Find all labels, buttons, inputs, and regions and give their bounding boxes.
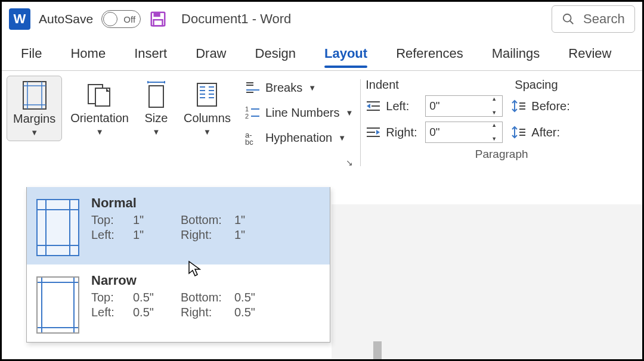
tab-file[interactable]: File [7, 36, 56, 70]
spin-down-icon[interactable]: ▼ [491, 136, 501, 142]
group-divider [360, 79, 361, 166]
search-box[interactable]: Search [552, 5, 635, 33]
chevron-down-icon: ▼ [96, 127, 104, 136]
tab-mailings[interactable]: Mailings [478, 36, 555, 70]
page-setup-launcher-icon[interactable]: ↘ [346, 158, 353, 167]
indent-header: Indent [366, 78, 515, 92]
tab-insert[interactable]: Insert [120, 36, 181, 70]
group-page-setup: Margins ▼ Orientation ▼ Size ▼ [7, 76, 355, 178]
hyphenation-button[interactable]: a-bc Hyphenation ▼ [243, 126, 355, 150]
indent-left-input[interactable]: 0" ▲▼ [425, 95, 503, 117]
columns-icon [194, 79, 220, 110]
tab-draw[interactable]: Draw [181, 36, 240, 70]
title-bar: W AutoSave Off Document1 - Word Search [2, 2, 642, 36]
chevron-down-icon: ▼ [203, 127, 211, 136]
hyphenation-icon: a-bc [245, 130, 261, 145]
svg-rect-1 [154, 13, 160, 17]
toggle-state: Off [123, 14, 135, 24]
autosave-toggle[interactable]: Off [101, 10, 141, 28]
top-value: 1" [133, 213, 181, 227]
document-title: Document1 - Word [181, 11, 291, 27]
size-icon [143, 79, 169, 110]
chevron-down-icon: ▼ [153, 127, 160, 136]
columns-button[interactable]: Columns ▼ [178, 76, 237, 140]
bottom-value: 1" [234, 213, 270, 227]
top-value: 0.5" [133, 291, 181, 304]
breaks-icon [245, 80, 261, 95]
columns-label: Columns [184, 111, 231, 125]
spin-down-icon[interactable]: ▼ [491, 110, 501, 116]
ribbon-tabs: File Home Insert Draw Design Layout Refe… [2, 36, 642, 71]
svg-line-4 [570, 21, 574, 24]
tab-layout[interactable]: Layout [310, 36, 382, 70]
line-numbers-label: Line Numbers [265, 106, 340, 120]
margins-icon [22, 80, 47, 111]
orientation-button[interactable]: Orientation ▼ [64, 76, 135, 140]
tab-review[interactable]: Review [554, 36, 626, 70]
right-value: 0.5" [234, 306, 270, 319]
line-numbers-button[interactable]: 12 Line Numbers ▼ [243, 101, 355, 125]
document-canvas[interactable] [332, 204, 642, 359]
search-placeholder: Search [583, 11, 625, 27]
orientation-icon [85, 79, 114, 110]
indent-left-value: 0" [429, 99, 439, 113]
margin-option-narrow[interactable]: Narrow Top: 0.5" Bottom: 0.5" Left: 0.5"… [27, 264, 330, 342]
indent-right-value: 0" [429, 126, 439, 139]
spin-up-icon[interactable]: ▲ [491, 97, 501, 102]
svg-text:bc: bc [245, 138, 253, 145]
margin-narrow-thumb-icon [36, 276, 79, 334]
margin-option-normal[interactable]: Normal Top: 1" Bottom: 1" Left: 1" Right… [27, 187, 330, 264]
svg-rect-14 [149, 86, 163, 107]
indent-right-label: Right: [386, 126, 420, 139]
tab-home[interactable]: Home [56, 36, 120, 70]
chevron-down-icon: ▼ [338, 133, 346, 142]
top-label: Top: [91, 291, 133, 304]
left-value: 0.5" [133, 306, 181, 319]
size-button[interactable]: Size ▼ [137, 76, 175, 140]
group-paragraph: Indent Spacing Left: 0" ▲▼ Before: Right… [366, 76, 637, 178]
chevron-down-icon: ▼ [30, 128, 38, 137]
svg-rect-2 [154, 20, 163, 26]
tab-references[interactable]: References [382, 36, 478, 70]
chevron-down-icon: ▼ [345, 108, 353, 117]
search-icon [562, 13, 575, 26]
margins-label: Margins [13, 112, 55, 126]
margin-option-name: Normal [91, 195, 320, 211]
margin-normal-thumb-icon [36, 199, 79, 256]
orientation-label: Orientation [70, 111, 129, 125]
line-numbers-icon: 12 [245, 105, 261, 120]
breaks-label: Breaks [265, 81, 302, 95]
chevron-down-icon: ▼ [308, 83, 316, 92]
autosave-label: AutoSave [39, 12, 93, 26]
tab-design[interactable]: Design [241, 36, 310, 70]
breaks-button[interactable]: Breaks ▼ [243, 76, 355, 99]
paragraph-group-name: Paragraph [475, 148, 528, 161]
ribbon: Margins ▼ Orientation ▼ Size ▼ [2, 71, 642, 178]
bottom-label: Bottom: [181, 213, 234, 227]
top-label: Top: [91, 213, 133, 227]
svg-text:1: 1 [245, 105, 249, 113]
indent-left-icon [366, 99, 381, 113]
spacing-before-icon [511, 99, 527, 113]
spacing-before-label: Before: [531, 99, 573, 113]
indent-left-label: Left: [386, 99, 420, 113]
spin-up-icon[interactable]: ▲ [491, 123, 501, 128]
save-icon[interactable] [149, 10, 167, 28]
spacing-after-icon [511, 126, 527, 139]
left-value: 1" [133, 228, 181, 242]
indent-right-icon [366, 126, 381, 139]
left-label: Left: [91, 228, 133, 242]
page-edge [373, 341, 382, 361]
margins-dropdown: Normal Top: 1" Bottom: 1" Left: 1" Right… [26, 187, 330, 343]
spacing-header: Spacing [515, 78, 558, 92]
indent-right-input[interactable]: 0" ▲▼ [425, 122, 503, 143]
right-label: Right: [181, 306, 234, 319]
bottom-label: Bottom: [181, 291, 234, 304]
size-label: Size [145, 111, 168, 125]
right-label: Right: [181, 228, 234, 242]
hyphenation-label: Hyphenation [265, 131, 332, 145]
margin-option-name: Narrow [91, 273, 320, 288]
right-value: 1" [234, 228, 270, 242]
margins-button[interactable]: Margins ▼ [7, 76, 62, 141]
left-label: Left: [91, 306, 133, 319]
